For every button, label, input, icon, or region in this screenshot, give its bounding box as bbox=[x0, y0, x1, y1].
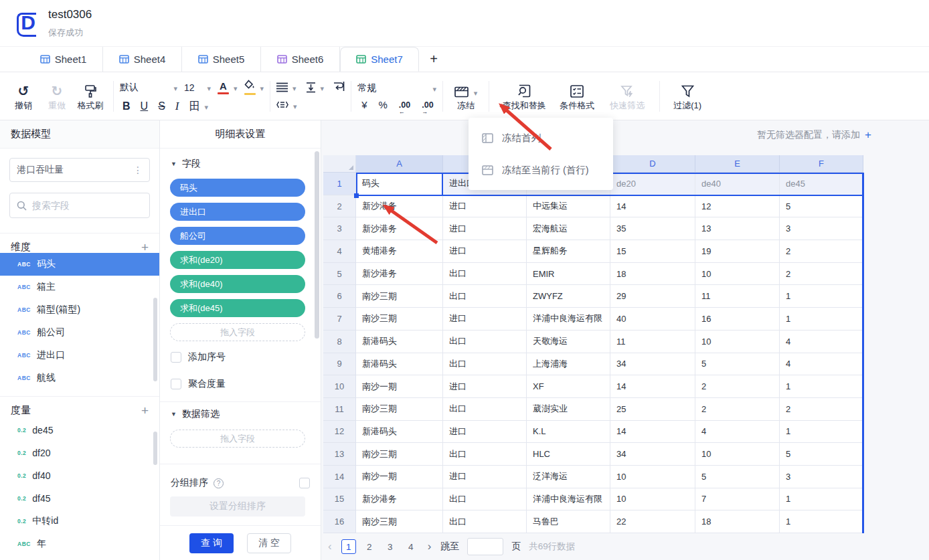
cell[interactable]: 1 bbox=[780, 308, 863, 331]
field-item-de45[interactable]: 0.2de45 bbox=[0, 419, 159, 442]
cell[interactable]: 12 bbox=[695, 195, 780, 218]
cell[interactable]: 出口 bbox=[443, 263, 527, 286]
row-number[interactable]: 3 bbox=[323, 217, 356, 240]
cell[interactable]: 出口 bbox=[443, 488, 527, 511]
add-index-option[interactable]: 添加序号 bbox=[171, 351, 226, 363]
aggregate-checkbox[interactable] bbox=[171, 379, 181, 389]
cell[interactable]: 宏海航运 bbox=[527, 217, 610, 240]
row-number[interactable]: 10 bbox=[323, 375, 356, 398]
cell[interactable]: 3 bbox=[780, 466, 863, 488]
quick-filter-button[interactable]: 快速筛选 bbox=[601, 83, 653, 110]
cell[interactable]: K.L bbox=[527, 421, 610, 444]
prev-page-button[interactable]: ‹ bbox=[327, 540, 333, 553]
group-sort-checkbox[interactable] bbox=[299, 478, 310, 488]
cell[interactable]: 新港码头 bbox=[356, 331, 443, 353]
cell[interactable]: de40 bbox=[695, 173, 780, 195]
fields-section-header[interactable]: ▼ 字段 bbox=[160, 158, 201, 170]
column-header-D[interactable]: D bbox=[610, 155, 695, 173]
cell[interactable]: 18 bbox=[695, 510, 780, 533]
fill-color-button[interactable] bbox=[244, 80, 264, 95]
filter-drop-zone[interactable]: 拖入字段 bbox=[170, 430, 305, 448]
tab-sheet5[interactable]: Sheet5 bbox=[182, 47, 261, 72]
cell[interactable]: 出口 bbox=[443, 331, 527, 353]
cell[interactable]: 新沙港务 bbox=[356, 217, 443, 240]
decrease-decimal-button[interactable]: .00← bbox=[399, 100, 410, 110]
field-item-航线[interactable]: ABC航线 bbox=[0, 367, 159, 389]
find-replace-button[interactable]: 查找和替换 bbox=[495, 83, 553, 110]
cell[interactable]: 新沙港务 bbox=[356, 263, 443, 286]
cell[interactable]: 南沙三期 bbox=[356, 285, 443, 308]
cell[interactable]: 14 bbox=[610, 375, 695, 398]
cell[interactable]: 10 bbox=[695, 263, 780, 286]
cell[interactable]: 14 bbox=[610, 195, 695, 218]
field-item-箱型(箱型)[interactable]: ABC箱型(箱型) bbox=[0, 298, 159, 321]
row-number[interactable]: 16 bbox=[323, 510, 356, 533]
cell[interactable]: 4 bbox=[780, 353, 863, 376]
next-page-button[interactable]: › bbox=[426, 540, 433, 553]
cell[interactable]: 2 bbox=[780, 398, 863, 421]
cell[interactable]: 出口 bbox=[443, 443, 527, 466]
font-color-button[interactable]: A bbox=[218, 81, 238, 94]
cell[interactable]: XF bbox=[527, 375, 610, 398]
menu-item-freeze-first-column[interactable]: 冻结首列 bbox=[469, 122, 613, 154]
page-3[interactable]: 3 bbox=[383, 539, 398, 554]
cell[interactable]: 25 bbox=[610, 398, 695, 421]
cell[interactable]: 出口 bbox=[443, 510, 527, 533]
clear-button[interactable]: 清 空 bbox=[247, 533, 291, 553]
field-search-input[interactable] bbox=[32, 200, 133, 211]
field-item-进出口[interactable]: ABC进出口 bbox=[0, 344, 159, 367]
cell[interactable]: 18 bbox=[610, 263, 695, 286]
cell[interactable]: 1 bbox=[780, 375, 863, 398]
row-number[interactable]: 9 bbox=[323, 353, 356, 376]
cell[interactable]: 1 bbox=[780, 285, 863, 308]
filter-button[interactable]: 过滤(1) bbox=[666, 83, 709, 110]
field-item-船公司[interactable]: ABC船公司 bbox=[0, 321, 159, 344]
row-number[interactable]: 4 bbox=[323, 240, 356, 263]
cell[interactable]: 10 bbox=[695, 443, 780, 466]
page-1[interactable]: 1 bbox=[341, 539, 356, 554]
borders-button[interactable]: 田 bbox=[189, 100, 208, 112]
format-painter-button[interactable]: 格式刷 bbox=[74, 83, 107, 110]
cell[interactable]: 进口 bbox=[443, 240, 527, 263]
cell[interactable]: 出口 bbox=[443, 398, 527, 421]
cell[interactable]: 22 bbox=[610, 510, 695, 533]
text-wrap-button[interactable] bbox=[333, 81, 345, 94]
select-all-corner[interactable] bbox=[323, 155, 356, 173]
field-item-df45[interactable]: 0.2df45 bbox=[0, 487, 159, 510]
field-item-码头[interactable]: ABC码头 bbox=[0, 253, 159, 276]
cell[interactable]: 10 bbox=[610, 466, 695, 488]
cell[interactable]: 新沙港务 bbox=[356, 488, 443, 511]
row-number[interactable]: 1 bbox=[323, 173, 356, 195]
cell[interactable]: 10 bbox=[610, 488, 695, 511]
cell[interactable]: 3 bbox=[780, 217, 863, 240]
underline-button[interactable]: U bbox=[141, 101, 149, 112]
cell[interactable]: 2 bbox=[780, 240, 863, 263]
cell[interactable]: EMIR bbox=[527, 263, 610, 286]
cell[interactable]: 南沙三期 bbox=[356, 308, 443, 331]
field-item-df20[interactable]: 0.2df20 bbox=[0, 442, 159, 464]
cell[interactable]: 进口 bbox=[443, 421, 527, 444]
cell[interactable]: 葳澍实业 bbox=[527, 398, 610, 421]
menu-item-freeze-to-current-row[interactable]: 冻结至当前行 (首行) bbox=[469, 154, 613, 186]
more-options-icon[interactable]: ⋮ bbox=[133, 165, 143, 175]
number-format-select[interactable]: 常规 bbox=[357, 82, 436, 94]
tab-sheet7[interactable]: Sheet7 bbox=[340, 47, 419, 72]
row-number[interactable]: 5 bbox=[323, 263, 356, 286]
cell[interactable]: 34 bbox=[610, 353, 695, 376]
conditional-format-button[interactable]: 条件格式 bbox=[553, 83, 601, 110]
cell[interactable]: 新沙港务 bbox=[356, 195, 443, 218]
cell[interactable]: 10 bbox=[695, 331, 780, 353]
cell[interactable]: 洋浦中良海运有限 bbox=[527, 308, 610, 331]
row-number[interactable]: 14 bbox=[323, 466, 356, 488]
cell[interactable]: 天敬海运 bbox=[527, 331, 610, 353]
dataset-select[interactable]: 港口吞吐量 ⋮ bbox=[9, 158, 150, 182]
freeze-button[interactable]: 冻结 bbox=[449, 83, 483, 110]
column-header-F[interactable]: F bbox=[780, 155, 863, 173]
cell[interactable]: 泛洋海运 bbox=[527, 466, 610, 488]
cell[interactable]: 1 bbox=[780, 488, 863, 511]
aggregate-option[interactable]: 聚合度量 bbox=[171, 378, 226, 390]
panel-scrollbar[interactable] bbox=[315, 151, 319, 339]
add-filter-button[interactable]: + bbox=[865, 128, 871, 142]
row-number[interactable]: 12 bbox=[323, 421, 356, 444]
field-item-中转id[interactable]: 0.2中转id bbox=[0, 510, 159, 533]
